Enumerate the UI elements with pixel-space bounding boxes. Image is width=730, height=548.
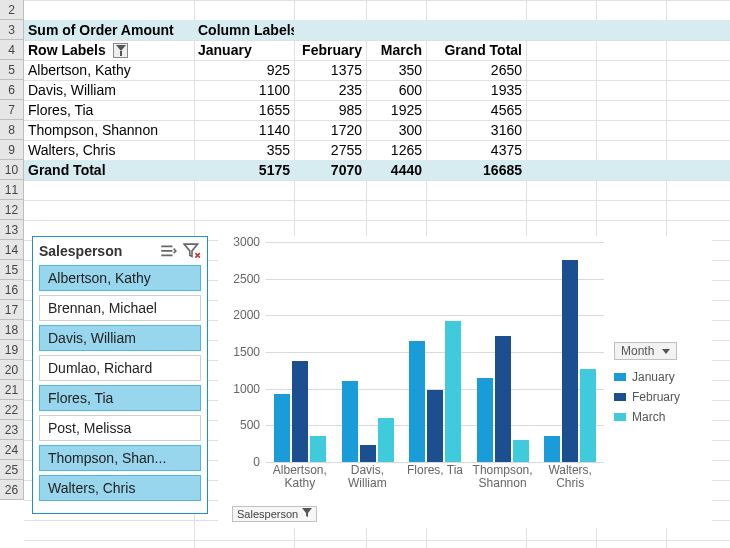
bar[interactable] <box>562 260 578 462</box>
row-header[interactable]: 11 <box>0 180 24 200</box>
row-header[interactable]: 5 <box>0 60 24 80</box>
row-header[interactable]: 19 <box>0 340 24 360</box>
bar[interactable] <box>274 394 290 462</box>
bar[interactable] <box>477 378 493 462</box>
row-header[interactable]: 20 <box>0 360 24 380</box>
pivot-cell[interactable]: 985 <box>294 102 366 118</box>
pivot-cell[interactable]: 4375 <box>426 142 526 158</box>
row-header[interactable]: 26 <box>0 480 24 500</box>
slicer-salesperson[interactable]: Salesperson Albertson, KathyBrennan, Mic… <box>32 236 208 514</box>
clear-filter-icon[interactable] <box>183 244 201 258</box>
bar[interactable] <box>409 341 425 462</box>
slicer-item[interactable]: Walters, Chris <box>39 475 201 501</box>
row-header[interactable]: 12 <box>0 200 24 220</box>
bar[interactable] <box>495 336 511 462</box>
pivot-cell[interactable]: 1655 <box>194 102 294 118</box>
row-header[interactable]: 23 <box>0 420 24 440</box>
bar[interactable] <box>544 436 560 462</box>
pivot-cell[interactable]: 600 <box>366 82 426 98</box>
pivot-cell[interactable]: 3160 <box>426 122 526 138</box>
multi-select-icon[interactable] <box>159 244 177 258</box>
row-header[interactable]: 4 <box>0 40 24 60</box>
row-header[interactable]: 8 <box>0 120 24 140</box>
pivot-cell-name[interactable]: Walters, Chris <box>24 142 194 158</box>
pivot-cell[interactable]: 1935 <box>426 82 526 98</box>
slicer-item[interactable]: Flores, Tia <box>39 385 201 411</box>
bar-group <box>266 242 334 462</box>
bar[interactable] <box>310 436 326 462</box>
row-header[interactable]: 22 <box>0 400 24 420</box>
y-tick-label: 500 <box>224 418 260 432</box>
bar[interactable] <box>292 361 308 462</box>
slicer-item[interactable]: Post, Melissa <box>39 415 201 441</box>
row-header[interactable]: 16 <box>0 280 24 300</box>
pivot-cell-name[interactable]: Thompson, Shannon <box>24 122 194 138</box>
row-header[interactable]: 3 <box>0 20 24 40</box>
funnel-icon <box>302 508 312 520</box>
col-january: January <box>194 42 294 58</box>
pivot-measure-label: Sum of Order Amount <box>24 22 194 38</box>
x-tick-label: Thompson,Shannon <box>469 464 537 490</box>
col-grandtotal: Grand Total <box>426 42 526 58</box>
row-header[interactable]: 13 <box>0 220 24 240</box>
pivot-cell[interactable]: 350 <box>366 62 426 78</box>
bar[interactable] <box>513 440 529 462</box>
pivot-cell[interactable]: 1265 <box>366 142 426 158</box>
bar-group <box>401 242 469 462</box>
slicer-item[interactable]: Thompson, Shan... <box>39 445 201 471</box>
pivot-cell[interactable]: 1720 <box>294 122 366 138</box>
bar-group <box>334 242 402 462</box>
row-header[interactable]: 10 <box>0 160 24 180</box>
chart-plot-area <box>266 242 604 462</box>
pivot-cell[interactable]: 2755 <box>294 142 366 158</box>
y-tick-label: 3000 <box>224 235 260 249</box>
col-march: March <box>366 42 426 58</box>
pivot-cell[interactable]: 1140 <box>194 122 294 138</box>
pivot-cell[interactable]: 355 <box>194 142 294 158</box>
pivot-cell[interactable]: 300 <box>366 122 426 138</box>
row-header[interactable]: 18 <box>0 320 24 340</box>
slicer-item[interactable]: Davis, William <box>39 325 201 351</box>
pivot-cell-name[interactable]: Flores, Tia <box>24 102 194 118</box>
row-header[interactable]: 25 <box>0 460 24 480</box>
y-tick-label: 1000 <box>224 382 260 396</box>
row-header[interactable]: 2 <box>0 0 24 20</box>
pivot-cell[interactable]: 4565 <box>426 102 526 118</box>
row-header[interactable]: 9 <box>0 140 24 160</box>
slicer-item[interactable]: Brennan, Michael <box>39 295 201 321</box>
bar[interactable] <box>427 390 443 462</box>
bar[interactable] <box>360 445 376 462</box>
pivot-chart[interactable]: 050010001500200025003000 Albertson,Kathy… <box>218 236 712 528</box>
pivot-cell[interactable]: 2650 <box>426 62 526 78</box>
pivot-cell[interactable]: 235 <box>294 82 366 98</box>
bar[interactable] <box>378 418 394 462</box>
row-labels-text: Row Labels <box>28 42 106 58</box>
pivot-cell[interactable]: 1375 <box>294 62 366 78</box>
row-header[interactable]: 14 <box>0 240 24 260</box>
row-header[interactable]: 21 <box>0 380 24 400</box>
pivot-table: Sum of Order Amount Column Labels Row La… <box>24 0 730 180</box>
pivot-columns-label: Column Labels <box>194 22 294 39</box>
pivot-cell[interactable]: 1100 <box>194 82 294 98</box>
row-header[interactable]: 24 <box>0 440 24 460</box>
grand-total-label: Grand Total <box>24 162 194 178</box>
row-labels-filter-dropdown[interactable] <box>113 43 128 58</box>
y-tick-label: 0 <box>224 455 260 469</box>
legend-field-button[interactable]: Month <box>614 342 677 360</box>
bar[interactable] <box>342 381 358 462</box>
slicer-item[interactable]: Dumlao, Richard <box>39 355 201 381</box>
bar[interactable] <box>445 321 461 462</box>
row-header[interactable]: 15 <box>0 260 24 280</box>
pivot-cell[interactable]: 1925 <box>366 102 426 118</box>
slicer-item[interactable]: Albertson, Kathy <box>39 265 201 291</box>
grand-total-mar: 4440 <box>366 162 426 178</box>
row-header[interactable]: 17 <box>0 300 24 320</box>
bar-group <box>536 242 604 462</box>
pivot-cell[interactable]: 925 <box>194 62 294 78</box>
axis-field-button[interactable]: Salesperson <box>232 506 317 522</box>
bar[interactable] <box>580 369 596 462</box>
row-header[interactable]: 6 <box>0 80 24 100</box>
pivot-cell-name[interactable]: Albertson, Kathy <box>24 62 194 78</box>
pivot-cell-name[interactable]: Davis, William <box>24 82 194 98</box>
row-header[interactable]: 7 <box>0 100 24 120</box>
